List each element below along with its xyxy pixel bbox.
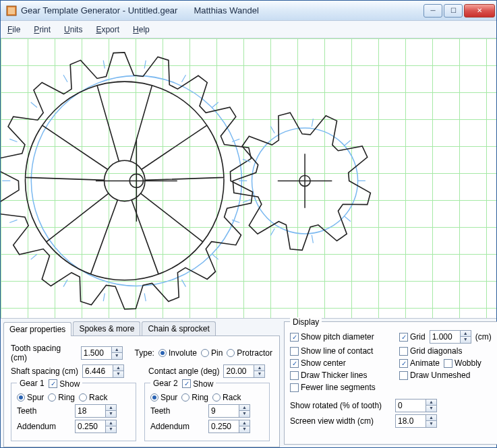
maximize-button[interactable]: ☐ — [444, 4, 463, 18]
shaft-spacing-input[interactable]: ▲▼ — [82, 364, 124, 378]
show-pitch-check[interactable]: ✓Show pitch diameter — [290, 330, 391, 344]
show-center-check[interactable]: ✓Show center — [290, 358, 391, 368]
gear2-addendum-label: Addendum — [150, 422, 204, 431]
property-tabs: Gear properties Spokes & more Chain & sp… — [3, 321, 280, 335]
gear1-legend: Gear 1 — [20, 379, 45, 388]
app-window: Gear Template Generator - Untitled.gear … — [0, 0, 497, 448]
gear2-teeth-label: Teeth — [150, 406, 204, 416]
gear1-teeth-input[interactable]: ▲▼ — [75, 404, 117, 418]
gear1-show-check[interactable]: ✓Show — [49, 379, 80, 389]
gear2-teeth-input[interactable]: ▲▼ — [208, 404, 250, 418]
tab-spokes-more[interactable]: Spokes & more — [73, 321, 140, 335]
grid-check[interactable]: ✓Grid — [399, 332, 426, 342]
type-protractor-radio[interactable]: Protractor — [227, 348, 272, 358]
display-legend: Display — [290, 317, 322, 327]
wobbly-check[interactable]: Wobbly — [444, 358, 481, 368]
gear-properties-panel: Tooth spacing (cm) ▲▼ Type: Involute Pin… — [3, 335, 280, 447]
show-rotated-label: Show rotated (% of tooth) — [290, 401, 391, 410]
tooth-spacing-label: Tooth spacing (cm) — [11, 344, 77, 362]
titlebar: Gear Template Generator - Untitled.gear … — [1, 1, 496, 21]
gear-drawing — [1, 38, 496, 318]
gear1-rack-radio[interactable]: Rack — [79, 393, 107, 402]
menu-help[interactable]: Help — [133, 25, 150, 34]
gear1-addendum-input[interactable]: ▲▼ — [75, 420, 117, 433]
thicker-lines-check[interactable]: Draw Thicker lines — [290, 371, 391, 380]
show-rotated-input[interactable]: ▲▼ — [395, 399, 437, 412]
gear1-center-cross — [96, 140, 177, 222]
gear2-ring-radio[interactable]: Ring — [181, 393, 208, 402]
gear2-spur-radio[interactable]: Spur — [150, 393, 177, 402]
shaft-spacing-label: Shaft spacing (cm) — [11, 366, 78, 376]
gear2-outline — [233, 113, 370, 250]
grid-unit-label: (cm) — [475, 332, 492, 342]
gear1-addendum-label: Addendum — [17, 422, 71, 431]
bottom-panel: Gear properties Spokes & more Chain & sp… — [1, 318, 496, 447]
menu-print[interactable]: Print — [34, 25, 51, 34]
type-label: Type: — [135, 348, 154, 358]
gear1-spur-radio[interactable]: Spur — [17, 393, 44, 402]
tooth-spacing-input[interactable]: ▲▼ — [81, 346, 123, 360]
window-buttons: ─ ☐ ✕ — [422, 4, 495, 18]
svg-rect-1 — [8, 7, 15, 14]
tab-chain-sprocket[interactable]: Chain & sprocket — [142, 321, 215, 335]
gear2-rack-radio[interactable]: Rack — [212, 393, 241, 402]
window-title: Gear Template Generator - Untitled.gear — [21, 5, 177, 15]
gear2-addendum-input[interactable]: ▲▼ — [208, 420, 250, 433]
contact-angle-label: Contact angle (deg) — [148, 366, 219, 376]
gear1-group: Gear 1 ✓Show Spur Ring Rack Teeth ▲▼ Add… — [11, 383, 136, 441]
minimize-button[interactable]: ─ — [423, 4, 442, 18]
grid-diagonals-check[interactable]: Grid diagonals — [399, 346, 492, 356]
draw-unmeshed-check[interactable]: Draw Unmeshed — [399, 371, 492, 380]
gear2-center-cross — [278, 154, 332, 208]
menu-export[interactable]: Export — [96, 25, 119, 34]
animate-check[interactable]: ✓Animate — [399, 358, 440, 368]
screen-width-input[interactable]: ▲▼ — [395, 414, 437, 428]
show-contact-check[interactable]: Show line of contact — [290, 346, 391, 356]
app-icon — [6, 5, 17, 16]
gear2-group: Gear 2 ✓Show Spur Ring Rack Teeth ▲▼ Add… — [144, 383, 270, 441]
menubar: File Print Units Export Help — [1, 21, 496, 38]
grid-size-input[interactable]: ▲▼ — [430, 330, 471, 344]
display-panel: Display ✓Show pitch diameter ✓Grid ▲▼ (c… — [284, 321, 497, 445]
gear2-legend: Gear 2 — [153, 379, 178, 388]
fewer-segments-check[interactable]: Fewer line segments — [290, 383, 391, 392]
screen-width-label: Screen view width (cm) — [290, 416, 391, 426]
menu-file[interactable]: File — [7, 25, 20, 34]
gear2-show-check[interactable]: ✓Show — [182, 379, 213, 389]
gear1-ring-radio[interactable]: Ring — [48, 393, 75, 402]
gear1-teeth-label: Teeth — [17, 406, 71, 416]
tab-gear-properties[interactable]: Gear properties — [3, 322, 71, 336]
contact-angle-input[interactable]: ▲▼ — [223, 364, 265, 378]
window-author: Matthias Wandel — [194, 5, 258, 15]
close-button[interactable]: ✕ — [464, 4, 495, 18]
type-involute-radio[interactable]: Involute — [158, 348, 197, 358]
gear-canvas[interactable] — [1, 38, 496, 318]
type-pin-radio[interactable]: Pin — [201, 348, 223, 358]
menu-units[interactable]: Units — [64, 25, 82, 34]
